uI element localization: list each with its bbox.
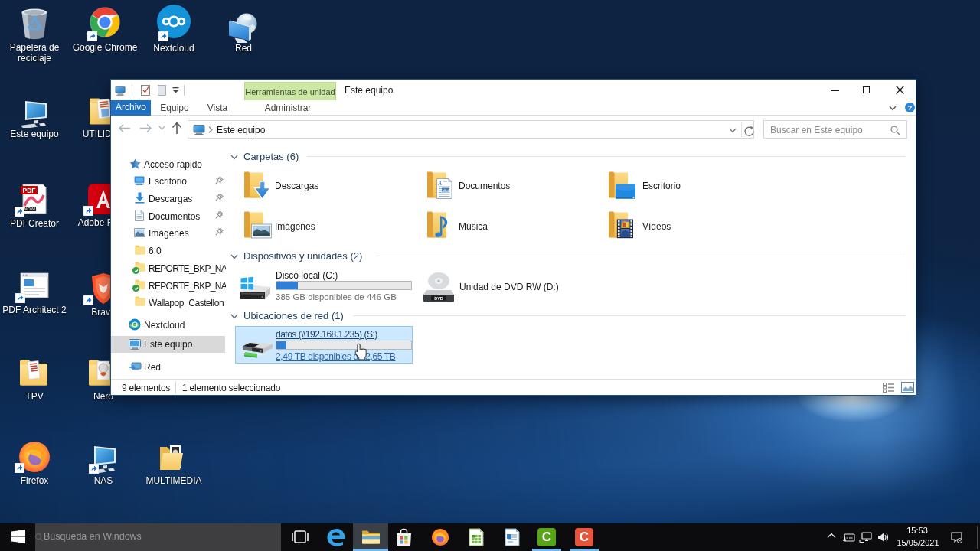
svg-text:NOW!: NOW! [24, 207, 36, 211]
svg-text:PDF: PDF [23, 187, 36, 194]
svg-text:DVD: DVD [434, 296, 443, 301]
svg-text:A: A [437, 180, 442, 187]
